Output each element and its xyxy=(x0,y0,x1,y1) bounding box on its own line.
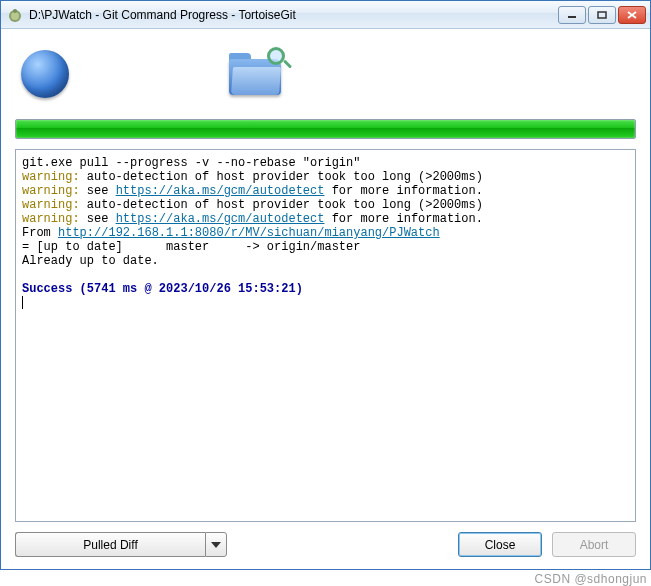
log-text: see xyxy=(80,212,116,226)
repo-link[interactable]: http://192.168.1.1:8080/r/MV/sichuan/mia… xyxy=(58,226,440,240)
watermark: CSDN @sdhongjun xyxy=(535,572,647,586)
folder-search-icon xyxy=(229,53,281,95)
warning-label: warning: xyxy=(22,170,80,184)
autodetect-link[interactable]: https://aka.ms/gcm/autodetect xyxy=(116,184,325,198)
window-title: D:\PJWatch - Git Command Progress - Tort… xyxy=(29,8,552,22)
log-text: see xyxy=(80,184,116,198)
pulled-diff-button[interactable]: Pulled Diff xyxy=(15,532,205,557)
globe-icon xyxy=(21,50,69,98)
svg-point-1 xyxy=(11,12,19,20)
window-controls xyxy=(558,6,646,24)
svg-rect-4 xyxy=(598,12,606,18)
svg-point-2 xyxy=(13,9,17,13)
icon-row xyxy=(15,39,636,109)
maximize-button[interactable] xyxy=(588,6,616,24)
autodetect-link[interactable]: https://aka.ms/gcm/autodetect xyxy=(116,212,325,226)
warning-label: warning: xyxy=(22,198,80,212)
svg-marker-7 xyxy=(211,542,221,548)
minimize-button[interactable] xyxy=(558,6,586,24)
log-line: = [up to date] master -> origin/master xyxy=(22,240,360,254)
output-log[interactable]: git.exe pull --progress -v --no-rebase "… xyxy=(15,149,636,522)
text-caret xyxy=(22,296,23,309)
close-window-button[interactable] xyxy=(618,6,646,24)
log-line: git.exe pull --progress -v --no-rebase "… xyxy=(22,156,360,170)
abort-button: Abort xyxy=(552,532,636,557)
client-area: git.exe pull --progress -v --no-rebase "… xyxy=(1,29,650,569)
tortoisegit-icon xyxy=(7,7,23,23)
dialog-window: D:\PJWatch - Git Command Progress - Tort… xyxy=(0,0,651,570)
close-button[interactable]: Close xyxy=(458,532,542,557)
titlebar[interactable]: D:\PJWatch - Git Command Progress - Tort… xyxy=(1,1,650,29)
pulled-diff-splitbutton: Pulled Diff xyxy=(15,532,227,557)
progress-bar xyxy=(15,119,636,139)
warning-label: warning: xyxy=(22,212,80,226)
log-text: for more information. xyxy=(324,184,482,198)
log-text: From xyxy=(22,226,58,240)
log-line: Already up to date. xyxy=(22,254,159,268)
chevron-down-icon xyxy=(211,542,221,548)
footer-buttons: Pulled Diff Close Abort xyxy=(15,532,636,557)
log-text: auto-detection of host provider took too… xyxy=(80,198,483,212)
success-line: Success (5741 ms @ 2023/10/26 15:53:21) xyxy=(22,282,303,296)
pulled-diff-dropdown[interactable] xyxy=(205,532,227,557)
log-text: auto-detection of host provider took too… xyxy=(80,170,483,184)
log-text: for more information. xyxy=(324,212,482,226)
warning-label: warning: xyxy=(22,184,80,198)
